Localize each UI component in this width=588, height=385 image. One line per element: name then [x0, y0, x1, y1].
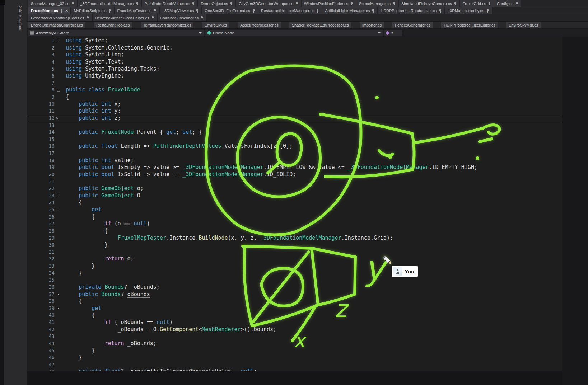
code-line-23[interactable]: 23- public GameObject O: [27, 192, 562, 199]
pin-icon[interactable]: [71, 1, 74, 6]
code-line-5[interactable]: 5using System.Threading.Tasks;: [27, 66, 562, 73]
tab-fruxelgrid-cs[interactable]: FruxelGrid.cs: [460, 0, 494, 7]
code-line-14[interactable]: 14 public FruxelNode Parent { get; set; …: [27, 129, 562, 136]
code-line-15[interactable]: 15: [27, 136, 562, 143]
pin-icon[interactable]: [86, 16, 89, 20]
member-dropdown[interactable]: z: [384, 30, 402, 36]
tab-onesec3d-fileformat-cs[interactable]: OneSec3D_FileFormat.cs: [202, 7, 258, 14]
tab-simulatedfisheyecamera-cs[interactable]: SimulatedFisheyeCamera.cs: [399, 0, 459, 7]
fold-collapse-icon[interactable]: -: [57, 307, 60, 310]
pin-icon[interactable]: [252, 9, 255, 13]
tab-deliverysurfaceclasshelper-cs[interactable]: DeliverySurfaceClassHelper.cs: [93, 14, 157, 21]
tab-fruxelnode-cs[interactable]: FruxelNode.cs×: [28, 7, 70, 14]
code-line-22[interactable]: 22 public GameObject o;: [27, 185, 562, 192]
code-line-31[interactable]: 31: [27, 249, 562, 256]
code-line-2[interactable]: 2using System.Collections.Generic;: [27, 44, 562, 52]
pin-icon[interactable]: [350, 1, 353, 6]
tab-citygen3dgen-torwrapper-cs[interactable]: CityGen3DGen...torWrapper.cs: [236, 0, 301, 7]
pin-icon[interactable]: [151, 16, 154, 20]
pin-icon[interactable]: [153, 9, 157, 13]
fold-collapse-icon[interactable]: -: [57, 89, 60, 92]
pin-icon[interactable]: [316, 9, 319, 13]
code-line-46[interactable]: 46 }: [27, 354, 562, 361]
tab-pathfinderdepthvalues-cs[interactable]: PathfinderDepthValues.cs: [142, 0, 197, 7]
code-line-39[interactable]: 39- get: [27, 305, 562, 312]
tab-hdrppostproc-randomizer-cs[interactable]: HDRPPostproc...Randomizer.cs: [378, 7, 444, 14]
code-line-28[interactable]: 28 {: [27, 227, 562, 235]
code-line-35[interactable]: 35: [27, 277, 562, 284]
code-line-43[interactable]: 43: [27, 333, 562, 340]
pin-icon[interactable]: [486, 9, 489, 13]
code-editor[interactable]: 1-using System;2using System.Collections…: [27, 37, 562, 385]
tab-fruxelmaptester-cs[interactable]: FruxelMapTester.cs: [115, 7, 159, 14]
tab-hdrppostproc-izereditor-cs[interactable]: HDRPPostproc...izerEditor.cs: [441, 22, 498, 28]
pin-icon[interactable]: [295, 1, 298, 6]
pin-icon[interactable]: [488, 1, 491, 6]
code-line-44[interactable]: 44 return _oBounds;: [27, 340, 562, 347]
code-line-9[interactable]: 9{: [27, 94, 562, 101]
code-line-8[interactable]: 8-public class FruxelNode: [27, 86, 562, 94]
code-line-26[interactable]: 26 {: [27, 213, 562, 221]
tab--3dfoundatio-delmanager-cs[interactable]: _3DFoundatio...delManager.cs: [78, 0, 141, 7]
tab-restaurantho-plemanager-cs[interactable]: RestaurantHo...pleManager.cs: [258, 7, 322, 14]
pin-icon[interactable]: [392, 1, 396, 6]
pin-icon[interactable]: [136, 1, 139, 6]
pin-icon[interactable]: [515, 1, 518, 6]
tab-envirosky-cs[interactable]: EnviroSky.cs: [202, 22, 229, 28]
tab-scenemanager-cs[interactable]: SceneManager.cs: [356, 0, 398, 7]
tab--3dmapviewer-cs[interactable]: _3DMapViewer.cs: [160, 7, 201, 14]
tab-terrainlayerrandomizer-cs[interactable]: TerrainLayerRandomizer.cs: [141, 22, 194, 28]
tab-droneobject-cs[interactable]: DroneObject.cs: [198, 0, 235, 7]
code-line-24[interactable]: 24 {: [27, 199, 562, 206]
tab-enviroskymgr-cs[interactable]: EnviroSkyMgr.cs: [506, 22, 541, 28]
code-line-38[interactable]: 38 {: [27, 298, 562, 305]
code-line-45[interactable]: 45 }: [27, 347, 562, 355]
code-line-29[interactable]: 29 FruxelMapTester.Instance.BuildNode(x,…: [27, 235, 562, 242]
tab-shaderpackage-stprocessor-cs[interactable]: ShaderPackage...stProcessor.cs: [289, 22, 351, 28]
tab-restauranthook-cs[interactable]: RestaurantHook.cs: [94, 22, 132, 28]
code-line-27[interactable]: 27 if (o == null): [27, 220, 562, 227]
code-line-47[interactable]: 47: [27, 361, 562, 368]
tab-generator2exportmaptools-cs[interactable]: Generator2ExportMapTools.cs: [28, 14, 92, 21]
code-line-36[interactable]: 36 private Bounds? _oBounds;: [27, 284, 562, 291]
tab-config-cs[interactable]: Config.cs: [494, 0, 521, 7]
code-line-25[interactable]: 25- get: [27, 206, 562, 213]
fold-collapse-icon[interactable]: -: [57, 293, 60, 296]
code-line-32[interactable]: 32 return o;: [27, 255, 562, 263]
code-line-4[interactable]: 4using System.Text;: [27, 58, 562, 66]
tab-collisionsubscriber-cs[interactable]: CollisionSubscriber.cs: [158, 14, 206, 21]
tab-scenemanager-02-cs[interactable]: SceneManager_02.cs: [28, 0, 77, 7]
code-line-33[interactable]: 33 }: [27, 263, 562, 270]
code-line-17[interactable]: 17: [27, 150, 562, 157]
code-line-12[interactable]: 12 public int z;✎: [27, 115, 562, 122]
type-dropdown[interactable]: FruxelNode: [205, 30, 383, 36]
close-icon[interactable]: ×: [65, 8, 68, 13]
tab-artificiallightsmanager-cs[interactable]: ArtificialLightsManager.cs: [322, 7, 377, 14]
code-line-6[interactable]: 6using UnityEngine;: [27, 72, 562, 80]
tab-importer-cs[interactable]: Importer.cs: [360, 22, 384, 28]
code-line-11[interactable]: 11 public int y;: [27, 108, 562, 115]
fold-collapse-icon[interactable]: -: [57, 39, 60, 42]
code-line-7[interactable]: 7: [27, 80, 562, 87]
code-line-13[interactable]: 13: [27, 122, 562, 129]
code-line-1[interactable]: 1-using System;: [27, 37, 562, 44]
pin-icon[interactable]: [439, 9, 442, 13]
pin-icon[interactable]: [192, 1, 195, 6]
code-line-21[interactable]: 21: [27, 178, 562, 186]
pin-icon[interactable]: [108, 9, 111, 13]
pin-icon[interactable]: [196, 9, 199, 13]
data-sources-tab[interactable]: Data Sources: [18, 5, 23, 30]
tab--3dmaphierarchy-cs[interactable]: _3DMapHierarchy.cs: [445, 7, 492, 14]
code-line-42[interactable]: 42 _oBounds = O.GetComponent<MeshRendere…: [27, 326, 562, 333]
pin-icon[interactable]: [454, 1, 457, 6]
fold-collapse-icon[interactable]: -: [57, 208, 60, 211]
tab-myeditorscripts-cs[interactable]: MyEditorScripts.cs: [71, 7, 114, 14]
code-line-20[interactable]: 20 public bool IsSolid => value == _3DFo…: [27, 171, 562, 178]
code-line-18[interactable]: 18 public int value;: [27, 157, 562, 164]
pin-icon[interactable]: [372, 9, 375, 13]
pin-icon[interactable]: [230, 1, 233, 6]
code-line-37[interactable]: 37- public Bounds? oBounds: [27, 291, 562, 298]
code-line-30[interactable]: 30 }: [27, 241, 562, 249]
tab-droneorientationcontroller-cs[interactable]: DroneOrientationController.cs: [28, 22, 85, 28]
tab-fencesgenerator-cs[interactable]: FencesGenerator.cs: [392, 22, 433, 28]
